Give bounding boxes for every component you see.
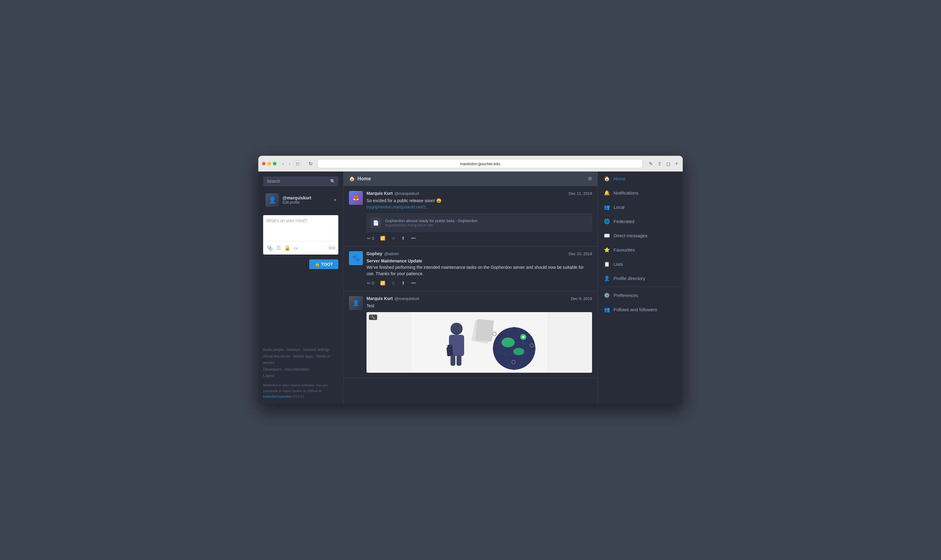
attach-icon[interactable]: 📎 — [266, 245, 273, 252]
account-settings-link[interactable]: Account settings — [303, 348, 330, 352]
footer-mastodon: Mastodon is open source software. You ca… — [263, 382, 338, 399]
sidebar-item-favourites[interactable]: ⭐ Favourites — [598, 243, 683, 257]
svg-point-1 — [493, 327, 535, 370]
feed-title: 🏠 Home — [349, 176, 371, 182]
url-bar[interactable]: mastodon.goucher.edu — [317, 159, 642, 168]
avatar: 👤 — [349, 296, 363, 310]
char-count: 500 — [329, 246, 335, 250]
new-tab-icon[interactable]: ◻ — [665, 160, 671, 167]
documentation-link[interactable]: Documentation — [285, 367, 309, 372]
browser-actions: ✎ ⇧ ◻ + — [648, 160, 679, 167]
svg-rect-14 — [447, 345, 452, 347]
post-body: Gophey @admin Dec 10, 2019 Server Mainte… — [367, 251, 592, 286]
about-server-link[interactable]: About this server — [263, 354, 290, 358]
mail-icon: ✉️ — [604, 233, 610, 238]
sidebar-item-home[interactable]: 🏠 Home — [598, 172, 683, 186]
compose-textarea[interactable] — [266, 218, 335, 239]
sensitive-content-toggle[interactable]: 🔧 — [369, 315, 377, 320]
github-link[interactable]: tootsuite/mastodon — [263, 395, 291, 398]
sidebar-item-local[interactable]: 👥 Local — [598, 200, 683, 214]
post-date: Dec 11, 2019 — [569, 191, 592, 196]
sidebar-item-notifications[interactable]: 🔔 Notifications — [598, 186, 683, 200]
favourite-button[interactable]: ☆ — [391, 235, 396, 241]
reply-count: 0 — [372, 281, 374, 285]
right-sidebar: 🏠 Home 🔔 Notifications 👥 Local 🌐 Federat… — [598, 172, 683, 404]
share-button[interactable]: ⬆ — [401, 235, 406, 241]
post-link[interactable]: trygopherdon.marquiskurt.net/2… — [367, 205, 430, 209]
mobile-apps-link[interactable]: Mobile apps — [293, 354, 313, 358]
maximize-button[interactable] — [273, 162, 276, 165]
add-tab-button[interactable]: + — [674, 160, 679, 167]
more-button[interactable]: ••• — [410, 235, 416, 241]
post-image: 🔧 — [367, 312, 592, 373]
profile-section[interactable]: 👤 @marquiskurt Edit profile ▾ — [263, 191, 338, 209]
bell-icon: 🔔 — [604, 190, 610, 196]
post-date: Dec 10, 2019 — [569, 252, 592, 256]
svg-point-7 — [522, 336, 524, 338]
post-actions: ↩ 0 🔁 ☆ ⬆ ••• — [367, 280, 592, 286]
reload-icon[interactable]: ✎ — [648, 160, 654, 167]
sidebar-toggle-button[interactable]: ◰ — [294, 160, 301, 167]
logout-link[interactable]: Logout — [263, 374, 274, 378]
share-button[interactable]: ⬆ — [401, 280, 406, 286]
feed-settings-button[interactable]: ⚙ — [588, 176, 592, 182]
table-row: 🐾 Gophey @admin Dec 10, 2019 Server Main… — [343, 246, 598, 291]
svg-rect-15 — [450, 355, 455, 366]
developers-link[interactable]: Developers — [263, 367, 282, 372]
post-title: Server Maintenance Update — [367, 258, 422, 263]
main-feed: 🏠 Home ⚙ 🦊 Marquis Kurt @marquis — [343, 172, 598, 404]
lock-icon[interactable]: 🔒 — [284, 245, 291, 252]
reply-button[interactable]: ↩ 0 — [367, 280, 375, 286]
minimize-button[interactable] — [267, 162, 271, 165]
sidebar-item-lists[interactable]: 📋 Lists — [598, 257, 683, 271]
boost-button[interactable]: 🔁 — [380, 235, 386, 241]
more-button[interactable]: ••• — [410, 280, 416, 286]
invite-people-link[interactable]: Invite people — [263, 348, 284, 352]
boost-button[interactable]: 🔁 — [380, 280, 386, 286]
post-header: Marquis Kurt @marquiskurt Dec 11, 2019 — [367, 191, 592, 196]
traffic-lights — [262, 162, 276, 165]
sidebar-item-profile-directory[interactable]: 👤 Profile directory — [598, 271, 683, 285]
reply-button[interactable]: ↩ 0 — [367, 235, 375, 241]
cw-button[interactable]: cw — [293, 246, 298, 250]
left-sidebar: 🔍 👤 @marquiskurt Edit profile ▾ 📎 ☰ 🔒 — [258, 172, 343, 404]
post-header: Marquis Kurt @marquiskurt Dec 9, 2019 — [367, 296, 592, 301]
favourite-button[interactable]: ☆ — [391, 280, 396, 286]
avatar-image: 🐾 — [349, 251, 363, 265]
forward-button[interactable]: › — [288, 160, 292, 167]
edit-profile-link[interactable]: Edit profile — [283, 200, 330, 205]
close-button[interactable] — [262, 162, 266, 165]
share-icon[interactable]: ⇧ — [656, 160, 663, 167]
sidebar-item-federated[interactable]: 🌐 Federated — [598, 214, 683, 228]
svg-point-5 — [513, 348, 524, 355]
link-preview-icon: 📄 — [370, 217, 381, 228]
svg-rect-18 — [475, 319, 494, 342]
reply-count: 0 — [372, 236, 374, 241]
version-text: (v3.0.1). — [292, 395, 304, 398]
refresh-button[interactable]: ↻ — [306, 160, 315, 167]
gear-icon: ⚙️ — [604, 292, 610, 298]
post-body-text: We've finished performing the intended m… — [367, 265, 584, 276]
search-input[interactable] — [263, 176, 338, 186]
profile-handle: @marquiskurt — [283, 195, 330, 200]
footer-links: Invite people · Hotkeys · Account settin… — [263, 347, 338, 379]
compose-actions: 📎 ☰ 🔒 cw 500 — [266, 242, 335, 252]
browser-chrome: ‹ › ◰ ↻ mastodon.goucher.edu ✎ ⇧ ◻ + — [258, 156, 683, 172]
sidebar-item-direct[interactable]: ✉️ Direct messages — [598, 228, 683, 243]
star-icon: ⭐ — [604, 247, 610, 253]
list-icon[interactable]: ☰ — [276, 245, 281, 252]
avatar-image: 🦊 — [349, 191, 363, 205]
search-container: 🔍 — [263, 176, 338, 186]
hotkeys-link[interactable]: Hotkeys — [287, 348, 300, 352]
search-icon: 🔍 — [330, 179, 335, 184]
sidebar-item-follows[interactable]: 👥 Follows and followers — [598, 302, 683, 317]
avatar: 🦊 — [349, 191, 363, 205]
table-row: 👤 Marquis Kurt @marquiskurt Dec 9, 2019 … — [343, 291, 598, 378]
toot-button[interactable]: 🔒 TOOT — [309, 259, 338, 269]
feed-header: 🏠 Home ⚙ — [343, 172, 598, 186]
back-button[interactable]: ‹ — [281, 160, 285, 167]
sidebar-item-preferences[interactable]: ⚙️ Preferences — [598, 288, 683, 302]
sidebar-item-label: Preferences — [614, 293, 638, 298]
svg-rect-16 — [457, 355, 461, 366]
link-preview[interactable]: 📄 Gopherdon almost ready for public beta… — [367, 213, 592, 232]
